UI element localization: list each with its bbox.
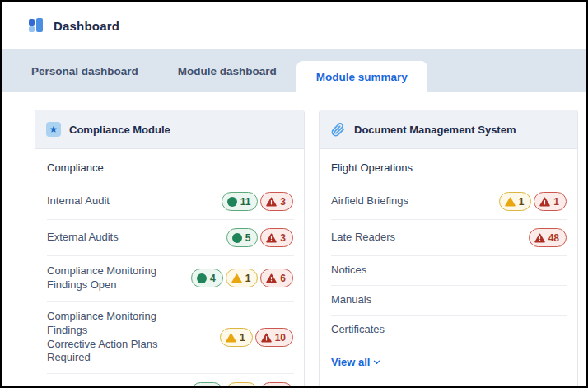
warning-triangle-icon [231, 273, 242, 283]
status-badge-danger[interactable]: 1 [534, 192, 567, 211]
dashboard-tabbar: Personal dashboard Module dashboard Modu… [2, 49, 586, 92]
status-badge-warning[interactable]: 1 [220, 328, 253, 347]
row-certificates[interactable]: Certificates [320, 316, 577, 344]
row-compliance-monitoring-findings-open[interactable]: Compliance Monitoring Findings Open 4 1 … [35, 256, 304, 301]
danger-triangle-icon [539, 197, 550, 207]
row-label: External Findings Open [47, 385, 159, 388]
row-label: Compliance Monitoring Findings Open [47, 264, 185, 292]
status-badge-danger[interactable]: 3 [260, 228, 293, 247]
row-notices[interactable]: Notices [320, 256, 577, 285]
document-management-card-header: Document Management System [320, 110, 577, 149]
view-all-label: View all [331, 356, 370, 368]
document-management-card: Document Management System Flight Operat… [319, 110, 578, 388]
status-badge-warning[interactable]: 1 [226, 269, 259, 287]
badge-group: 4 1 6 [191, 269, 293, 287]
row-label: Manuals [331, 293, 371, 307]
row-external-audits[interactable]: External Audits 5 3 [35, 220, 304, 255]
status-badge-warning[interactable]: 1 [499, 192, 532, 211]
badge-group: 1 1 1 [191, 382, 293, 388]
row-corrective-action-plans[interactable]: Compliance Monitoring FindingsCorrective… [35, 302, 304, 374]
status-badge-warning[interactable]: 1 [226, 382, 259, 388]
status-badge-danger[interactable]: 10 [255, 328, 293, 347]
row-external-findings-open[interactable]: External Findings Open 1 1 1 [35, 374, 304, 388]
danger-triangle-icon [266, 233, 277, 243]
status-badge-danger[interactable]: 6 [260, 269, 293, 287]
row-label: Compliance Monitoring FindingsCorrective… [47, 310, 185, 366]
badge-group: 11 3 [222, 192, 293, 211]
success-dot-icon [197, 273, 207, 283]
status-badge-danger[interactable]: 3 [260, 192, 293, 211]
row-label: Airfield Briefings [331, 194, 408, 208]
row-label: Notices [331, 264, 366, 278]
compliance-module-card-header: Compliance Module [35, 110, 304, 149]
chevron-down-icon [372, 358, 381, 367]
compliance-module-card: Compliance Module Compliance Internal Au… [35, 110, 305, 388]
section-label-compliance: Compliance [35, 149, 304, 184]
tab-module-dashboard[interactable]: Module dashboard [158, 49, 296, 92]
tab-module-summary[interactable]: Module summary [296, 61, 427, 92]
status-badge-success[interactable]: 5 [226, 228, 259, 247]
success-dot-icon [232, 233, 242, 243]
row-label: External Audits [47, 231, 119, 245]
danger-triangle-icon [266, 273, 277, 283]
row-airfield-briefings[interactable]: Airfield Briefings 1 1 [320, 184, 577, 219]
status-badge-success[interactable]: 11 [222, 192, 259, 211]
dashboard-grid-icon [29, 18, 43, 33]
warning-triangle-icon [505, 197, 516, 207]
danger-triangle-icon [261, 333, 272, 343]
status-badge-success[interactable]: 4 [191, 269, 223, 287]
card-title: Document Management System [354, 124, 516, 136]
row-manuals[interactable]: Manuals [320, 286, 577, 315]
module-summary-content: Compliance Module Compliance Internal Au… [2, 92, 586, 388]
row-internal-audit[interactable]: Internal Audit 11 3 [35, 184, 304, 219]
badge-group: 1 1 [499, 192, 567, 211]
row-label: Internal Audit [47, 194, 110, 208]
status-badge-danger[interactable]: 48 [529, 228, 567, 247]
badge-group: 5 3 [226, 228, 293, 247]
badge-group: 1 10 [220, 328, 293, 347]
warning-triangle-icon [226, 333, 236, 343]
paperclip-icon [330, 122, 346, 138]
dashboard-screen: Dashboard Personal dashboard Module dash… [0, 0, 588, 388]
card-title: Compliance Module [69, 124, 170, 136]
row-label: Late Readers [331, 231, 395, 245]
view-all-link[interactable]: View all [320, 344, 577, 381]
badge-group: 48 [529, 228, 567, 247]
status-badge-success[interactable]: 1 [191, 382, 223, 388]
row-late-readers[interactable]: Late Readers 48 [320, 220, 577, 255]
star-badge-icon [46, 122, 61, 137]
tab-personal-dashboard[interactable]: Personal dashboard [12, 49, 158, 92]
danger-triangle-icon [266, 197, 277, 207]
row-label: Certificates [331, 323, 385, 337]
app-header: Dashboard [2, 2, 586, 49]
success-dot-icon [227, 197, 237, 207]
section-label-flight-operations: Flight Operations [320, 149, 577, 184]
danger-triangle-icon [534, 233, 545, 243]
page-title: Dashboard [54, 19, 119, 33]
status-badge-danger[interactable]: 1 [260, 382, 293, 388]
